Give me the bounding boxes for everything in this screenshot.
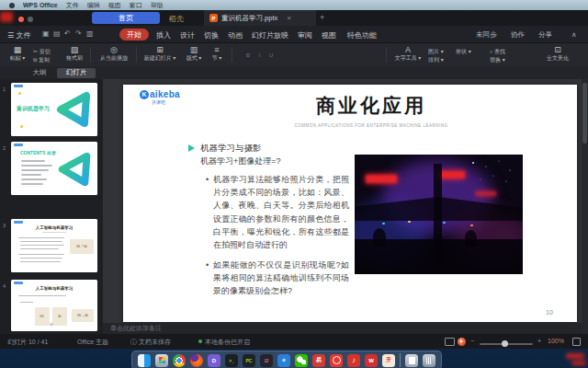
notes-strip[interactable]: 单击此处添加备注 xyxy=(103,323,582,334)
ribbon-tab-insert[interactable]: 插入 xyxy=(156,30,171,40)
live-app-icon[interactable] xyxy=(330,354,343,367)
scrollbar-thumb[interactable] xyxy=(582,83,587,144)
save-icon[interactable]: ▣ xyxy=(42,29,50,38)
find-button[interactable]: ⌕ 查找 xyxy=(490,48,505,56)
print-icon[interactable]: ▥ xyxy=(86,29,94,38)
slide-title[interactable]: 商业化应用 xyxy=(233,93,509,119)
toolbar-divider xyxy=(232,47,232,63)
play-from-current-button[interactable]: ◎ 从当前播放 xyxy=(96,45,132,62)
replace-button[interactable]: 替换 ▾ xyxy=(490,56,505,64)
layout-button[interactable]: ▥ 版式 ▾ xyxy=(182,45,206,62)
ribbon-tab-view[interactable]: 视图 xyxy=(322,30,336,40)
thumb-text-line xyxy=(18,295,66,296)
tab-outline[interactable]: 大纲 xyxy=(24,68,55,78)
paste-button[interactable]: ▦ 粘贴 ▾ xyxy=(4,45,31,62)
share-button[interactable]: 分享 xyxy=(538,30,552,40)
slide-thumbnail-3[interactable]: 人工智能与机器学习 ML ? AI xyxy=(11,219,97,272)
apple-logo-icon[interactable] xyxy=(9,3,15,8)
play-slideshow-button[interactable] xyxy=(458,338,466,346)
slide-bullet-1[interactable]: 机器学习算法能够给照片分类，把照片分类成不同的场景，比如：风景、人像、夜晚、白天… xyxy=(213,173,349,251)
zoom-slider-knob[interactable] xyxy=(502,340,508,347)
ribbon-tab-transition[interactable]: 切换 xyxy=(204,30,219,40)
slide-thumbnail-1[interactable]: 重识机器学习 xyxy=(11,83,97,136)
kaikeba-app-icon[interactable]: 开 xyxy=(382,354,395,367)
section-button[interactable]: ≡ 节 ▾ xyxy=(208,45,226,62)
format-painter-button[interactable]: ▧ 格式刷 xyxy=(61,45,88,62)
docer-tab[interactable]: 稻壳 xyxy=(169,14,184,24)
menu-app-name[interactable]: WPS Office xyxy=(23,2,58,8)
notes-view-icon[interactable] xyxy=(445,338,455,346)
slide-subheading[interactable]: 机器学习+图像处理=? xyxy=(200,155,281,167)
file-menu-button[interactable]: ☰ 文件 xyxy=(7,30,30,40)
ribbon-tab-review[interactable]: 审阅 xyxy=(298,30,312,40)
firefox-icon[interactable] xyxy=(190,354,203,367)
open-folder-icon[interactable]: ▤ xyxy=(53,29,61,38)
purple-app-icon[interactable]: D xyxy=(208,354,220,367)
red-w-app-icon[interactable]: W xyxy=(365,354,378,367)
ribbon-tab-animation[interactable]: 动画 xyxy=(228,30,243,40)
copy-button[interactable]: ⧉ 复制 xyxy=(33,56,50,64)
ppt-file-icon: P xyxy=(209,14,218,22)
slide-heading[interactable]: 机器学习与摄影 xyxy=(200,143,262,155)
thumb-text-line xyxy=(20,261,61,262)
shape-button[interactable]: 形状 ▾ xyxy=(456,48,471,56)
menu-item-help[interactable]: 帮助 xyxy=(151,1,164,10)
chrome-icon[interactable] xyxy=(173,354,186,367)
nightclub-photo[interactable] xyxy=(355,155,523,274)
menu-item-edit[interactable]: 编辑 xyxy=(87,1,100,10)
text-tool-button[interactable]: A 文字工具 ▾ xyxy=(391,45,424,62)
ribbon-tab-slideshow[interactable]: 幻灯片放映 xyxy=(252,30,288,40)
collaborate-button[interactable]: 协作 xyxy=(511,30,525,40)
sync-status-button[interactable]: 未同步 xyxy=(476,30,497,40)
backup-status[interactable]: 本地备份已开启 xyxy=(205,338,250,347)
arrange-button[interactable]: 排列 ▾ xyxy=(428,56,444,64)
home-button[interactable]: 首页 xyxy=(92,12,160,24)
ribbon-tab-design[interactable]: 设计 xyxy=(180,30,195,40)
netease-app-icon[interactable]: 易 xyxy=(312,354,325,367)
collapse-ribbon-icon[interactable]: ∧ xyxy=(571,30,577,39)
beautify-button[interactable]: ⊡ 全文美化 xyxy=(542,45,573,62)
zoom-level[interactable]: 100% xyxy=(548,338,564,344)
launchpad-icon[interactable] xyxy=(155,354,168,367)
document-tab[interactable]: P 重识机器学习.pptx × xyxy=(204,10,316,26)
new-slide-button[interactable]: ⊞ 新建幻灯片 ▾ xyxy=(141,45,178,62)
terminal-icon[interactable]: >_ xyxy=(225,354,238,367)
zoom-in-button[interactable]: + xyxy=(537,338,541,344)
undo-icon[interactable]: ↶ xyxy=(64,29,71,38)
current-slide[interactable]: K aikeba 开课吧 商业化应用 COMMON APPLICATIONS F… xyxy=(123,85,577,322)
toolbar-divider xyxy=(90,47,91,63)
close-tab-icon[interactable]: × xyxy=(287,14,291,22)
menu-item-file[interactable]: 文件 xyxy=(66,1,79,10)
vscode-icon[interactable]: « xyxy=(277,354,290,367)
zoom-out-button[interactable]: − xyxy=(470,338,474,344)
thumb-text-line xyxy=(20,302,33,303)
fullscreen-icon[interactable] xyxy=(572,338,581,346)
slide-bullet-2[interactable]: 如果能做的不仅仅是识别现场呢?如果将相同的算法精确地训练到不同场景的像素级别会怎… xyxy=(213,259,349,298)
redo-icon[interactable]: ↷ xyxy=(75,29,82,38)
new-tab-button[interactable]: + xyxy=(320,13,324,22)
picture-button[interactable]: 图片 ▾ xyxy=(428,48,444,56)
document-save-status[interactable]: ⓘ 文档未保存 xyxy=(130,338,171,347)
ribbon-tab-features[interactable]: 特色功能 xyxy=(347,30,377,40)
finder-icon[interactable] xyxy=(138,354,151,367)
trash-icon[interactable] xyxy=(423,354,435,367)
intellij-icon[interactable]: IJ xyxy=(260,354,273,367)
minimize-window-button[interactable] xyxy=(28,17,33,22)
files-icon[interactable] xyxy=(405,354,418,367)
menu-item-view[interactable]: 视图 xyxy=(108,1,121,10)
close-window-button[interactable] xyxy=(18,17,24,22)
tab-slides[interactable]: 幻灯片 xyxy=(57,68,96,78)
add-slide-button[interactable]: + xyxy=(43,320,60,329)
ribbon-tab-start[interactable]: 开始 xyxy=(119,29,149,40)
menu-item-window[interactable]: 窗口 xyxy=(130,1,142,10)
font-style-buttons[interactable]: B I U xyxy=(246,52,277,58)
pycharm-icon[interactable]: PC xyxy=(243,354,255,367)
music-app-icon[interactable]: ♪ xyxy=(347,354,360,367)
wechat-icon[interactable] xyxy=(295,354,308,367)
slide-thumbnail-2[interactable]: CONTENTS 目录 xyxy=(11,142,97,195)
paste-icon: ▦ xyxy=(4,45,31,54)
vertical-scrollbar[interactable] xyxy=(582,79,588,334)
accent-dot xyxy=(20,125,23,128)
theme-name[interactable]: Office 主题 xyxy=(77,338,108,347)
cut-button[interactable]: ✂ 剪切 xyxy=(33,48,51,56)
